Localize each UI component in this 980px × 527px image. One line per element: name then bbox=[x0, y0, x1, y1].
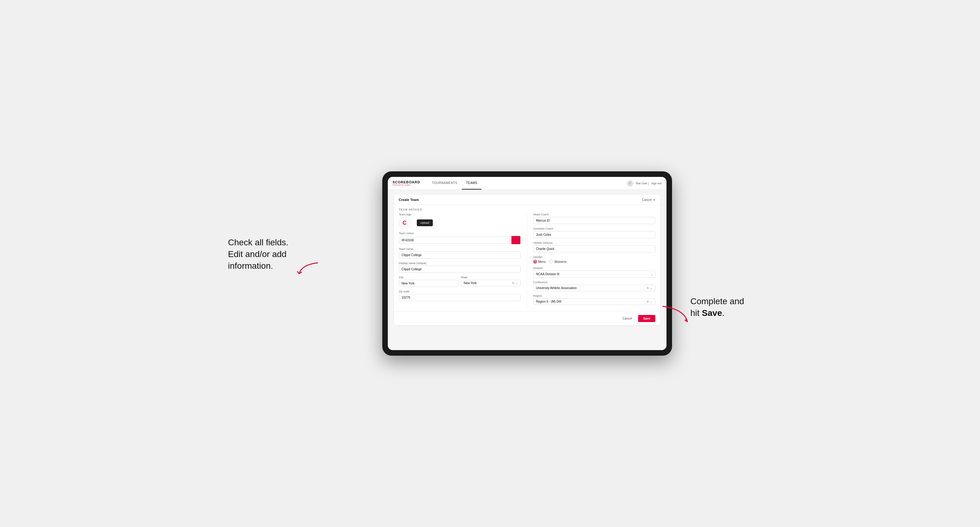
close-icon: ✕ bbox=[653, 198, 655, 202]
right-annotation-end: . bbox=[722, 308, 724, 318]
display-name-group: Display name (unique) bbox=[399, 262, 521, 273]
sign-out-link[interactable]: Sign out bbox=[651, 182, 661, 185]
avatar: T bbox=[627, 180, 633, 186]
form-header: Create Team Cancel ✕ bbox=[394, 195, 660, 205]
state-clear-icon[interactable]: ✕ bbox=[512, 282, 514, 285]
save-button[interactable]: Save bbox=[638, 315, 655, 322]
gender-radio-group: Mens Womens bbox=[533, 260, 655, 264]
region-clear-icon[interactable]: ✕ bbox=[646, 300, 649, 303]
right-annotation: Complete and hit Save. bbox=[690, 295, 768, 319]
section-label: TEAM DETAILS bbox=[394, 205, 660, 213]
left-annotation: Check all fields.Edit and/or addinformat… bbox=[228, 237, 299, 271]
region-group: Region Region II - (M) DIII ✕ ⌄ bbox=[533, 294, 655, 305]
region-select[interactable]: Region II - (M) DIII ✕ ⌄ bbox=[533, 298, 655, 305]
division-select[interactable]: NCAA Division III bbox=[533, 271, 655, 278]
cancel-top-label: Cancel bbox=[642, 198, 651, 202]
state-chevron-icon: ⌄ bbox=[515, 281, 518, 285]
head-coach-label: Head Coach bbox=[533, 213, 655, 216]
head-coach-input[interactable] bbox=[533, 217, 655, 224]
athletic-director-group: Athletic Director bbox=[533, 241, 655, 252]
team-logo-group: Team logo C Upload bbox=[399, 213, 521, 229]
state-label: State bbox=[461, 276, 521, 279]
gender-mens-label: Mens bbox=[538, 260, 546, 264]
assistant-coach-group: Assistant Coach bbox=[533, 227, 655, 238]
state-select[interactable]: New York ✕ ⌄ bbox=[461, 280, 521, 286]
form-title: Create Team bbox=[399, 198, 419, 202]
conference-value: University Athletic Association bbox=[536, 286, 645, 290]
zip-input[interactable] bbox=[399, 294, 521, 301]
logo-name: SCOREBOARD bbox=[393, 181, 420, 184]
athletic-director-label: Athletic Director bbox=[533, 241, 655, 244]
assistant-coach-input[interactable] bbox=[533, 231, 655, 238]
gender-womens-option[interactable]: Womens bbox=[549, 260, 566, 264]
team-colour-label: Team colour bbox=[399, 232, 521, 235]
user-name: Test User | bbox=[636, 182, 649, 185]
division-label: Division bbox=[533, 267, 655, 270]
tablet-screen: SCOREBOARD Powered by clippd TOURNAMENTS… bbox=[388, 177, 667, 350]
assistant-coach-label: Assistant Coach bbox=[533, 227, 655, 230]
team-name-group: Team name bbox=[399, 248, 521, 259]
right-annotation-line2: hit bbox=[690, 308, 702, 318]
app-logo: SCOREBOARD Powered by clippd bbox=[393, 181, 420, 186]
team-colour-group: Team colour bbox=[399, 232, 521, 244]
city-input[interactable] bbox=[399, 280, 459, 287]
display-name-label: Display name (unique) bbox=[399, 262, 521, 265]
region-label: Region bbox=[533, 294, 655, 297]
nav-tournaments[interactable]: TOURNAMENTS bbox=[428, 177, 462, 189]
right-annotation-bold: Save bbox=[702, 308, 722, 318]
division-group: Division NCAA Division III bbox=[533, 267, 655, 278]
team-name-input[interactable] bbox=[399, 251, 521, 259]
team-name-label: Team name bbox=[399, 248, 521, 251]
cancel-button[interactable]: Cancel bbox=[619, 315, 635, 322]
left-arrow-icon bbox=[296, 260, 321, 278]
colour-swatch bbox=[511, 236, 521, 244]
main-content: Create Team Cancel ✕ TEAM DETAILS bbox=[388, 190, 667, 350]
nav-teams[interactable]: TEAMS bbox=[462, 177, 482, 189]
navigation: SCOREBOARD Powered by clippd TOURNAMENTS… bbox=[388, 177, 667, 190]
region-chevron-icon: ⌄ bbox=[650, 300, 652, 303]
gender-label: Gender bbox=[533, 256, 655, 259]
gender-womens-label: Womens bbox=[554, 260, 566, 264]
zip-code-group: Zip code bbox=[399, 290, 521, 301]
city-state-group: City State New York ✕ ⌄ bbox=[399, 276, 521, 287]
gender-mens-option[interactable]: Mens bbox=[533, 260, 546, 264]
region-value: Region II - (M) DIII bbox=[536, 300, 645, 303]
display-name-input[interactable] bbox=[399, 266, 521, 273]
state-group: State New York ✕ ⌄ bbox=[461, 276, 521, 287]
city-label: City bbox=[399, 276, 459, 279]
head-coach-group: Head Coach bbox=[533, 213, 655, 224]
form-footer: Cancel Save bbox=[394, 311, 660, 325]
state-value: New York bbox=[464, 281, 511, 285]
team-logo-label: Team logo bbox=[399, 213, 521, 216]
upload-button[interactable]: Upload bbox=[417, 219, 433, 226]
zip-label: Zip code bbox=[399, 290, 521, 293]
form-left-column: Team logo C Upload Team colour bbox=[399, 213, 527, 308]
form-body: Team logo C Upload Team colour bbox=[394, 213, 660, 311]
create-team-form: Create Team Cancel ✕ TEAM DETAILS bbox=[394, 195, 660, 325]
cancel-top[interactable]: Cancel ✕ bbox=[642, 198, 655, 202]
logo-preview: C bbox=[399, 217, 410, 229]
city-group: City bbox=[399, 276, 459, 287]
conference-chevron-icon: ⌄ bbox=[650, 286, 652, 290]
conference-label: Conference bbox=[533, 281, 655, 284]
conference-select[interactable]: University Athletic Association ✕ ⌄ bbox=[533, 285, 655, 291]
gender-mens-radio[interactable] bbox=[533, 260, 537, 264]
gender-womens-radio[interactable] bbox=[549, 260, 553, 264]
conference-clear-icon[interactable]: ✕ bbox=[646, 287, 649, 290]
nav-links: TOURNAMENTS TEAMS bbox=[428, 177, 482, 189]
tablet-frame: SCOREBOARD Powered by clippd TOURNAMENTS… bbox=[382, 171, 672, 356]
team-colour-input[interactable] bbox=[399, 237, 511, 244]
logo-row: C Upload bbox=[399, 217, 521, 229]
colour-input-row bbox=[399, 236, 521, 244]
nav-right: T Test User | Sign out bbox=[627, 180, 662, 186]
conference-group: Conference University Athletic Associati… bbox=[533, 281, 655, 291]
athletic-director-input[interactable] bbox=[533, 245, 655, 252]
division-select-wrapper: NCAA Division III bbox=[533, 271, 655, 278]
gender-group: Gender Mens Womens bbox=[533, 256, 655, 264]
logo-tagline: Powered by clippd bbox=[393, 184, 420, 186]
right-arrow-icon bbox=[660, 303, 690, 328]
right-annotation-line1: Complete and bbox=[690, 297, 744, 306]
form-right-column: Head Coach Assistant Coach Athletic Dire… bbox=[527, 213, 655, 308]
